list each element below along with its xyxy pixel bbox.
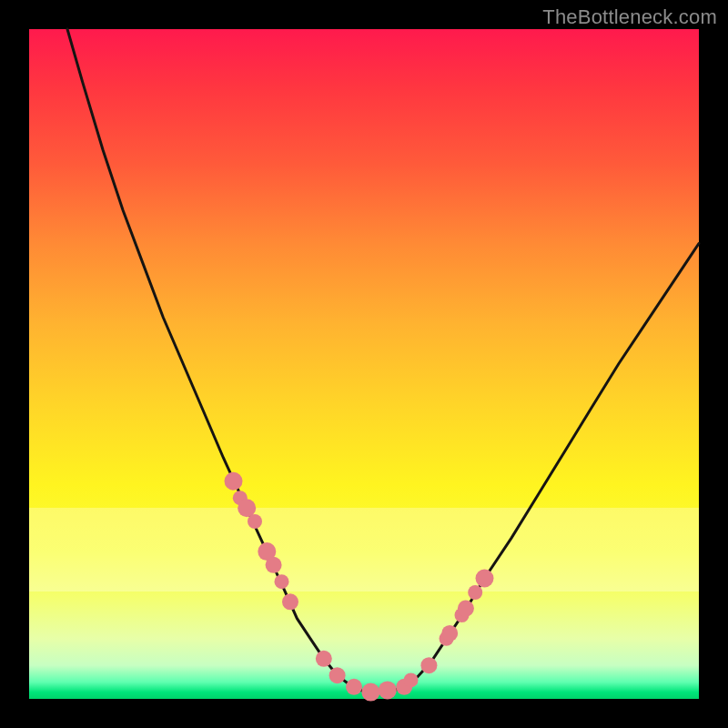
bead-marker <box>238 499 256 517</box>
bead-marker <box>361 683 379 702</box>
plot-area <box>29 29 699 699</box>
bead-marker <box>282 593 298 610</box>
bead-marker <box>476 570 494 588</box>
watermark-text: TheBottleneck.com <box>542 5 717 29</box>
bead-marker <box>404 672 419 687</box>
bead-group <box>225 472 494 702</box>
bead-marker <box>458 601 474 617</box>
bead-marker <box>329 667 346 683</box>
bead-marker <box>441 625 458 642</box>
bead-marker <box>248 514 262 529</box>
bead-marker <box>420 657 437 673</box>
bead-marker <box>316 651 332 667</box>
bead-marker <box>275 574 289 589</box>
bottleneck-curve <box>67 29 699 693</box>
bead-marker <box>468 585 482 600</box>
bead-marker <box>379 681 397 699</box>
bead-marker <box>225 472 243 490</box>
bead-marker <box>266 557 282 573</box>
chart-stage: TheBottleneck.com <box>0 0 728 728</box>
bead-marker <box>346 679 362 695</box>
curve-svg <box>29 29 699 699</box>
